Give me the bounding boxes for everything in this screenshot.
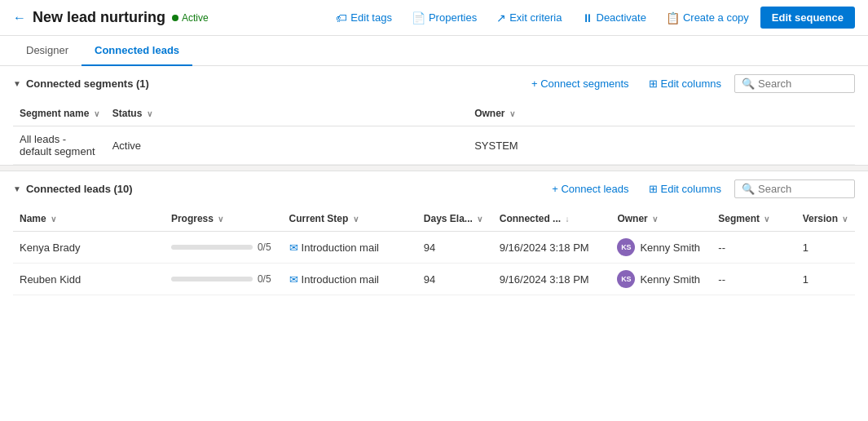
segments-edit-columns-button[interactable]: ⊞ Edit columns: [642, 74, 728, 93]
days-sort-icon[interactable]: ∨: [477, 215, 482, 224]
version-sort-icon[interactable]: ∨: [842, 215, 848, 224]
progress-bar-bg: [171, 245, 253, 250]
leads-section: ▼ Connected leads (10) + Connect leads ⊞…: [0, 171, 868, 295]
page-title: New lead nurturing: [33, 9, 165, 26]
lead-owner-sort-icon[interactable]: ∨: [652, 215, 658, 224]
connect-leads-button[interactable]: + Connect leads: [545, 179, 635, 198]
connected-date-cell: 9/16/2024 3:18 PM: [493, 264, 611, 295]
version-cell: 1: [796, 232, 855, 264]
th-current-step: Current Step ∨: [283, 206, 417, 232]
segment-name-sort-icon[interactable]: ∨: [94, 109, 99, 118]
header-actions: 🏷 Edit tags 📄 Properties ↗ Exit criteria…: [328, 7, 855, 29]
leads-table-row: Reuben Kidd 0/5 ✉ Introduction mail 94 9…: [13, 264, 855, 295]
status-sort-icon[interactable]: ∨: [147, 109, 152, 118]
progress-label: 0/5: [258, 242, 271, 253]
lead-name-cell: Kenya Brady: [13, 232, 165, 264]
step-cell: ✉ Introduction mail: [289, 242, 411, 254]
leads-search-icon: 🔍: [742, 183, 755, 195]
avatar: KS: [617, 238, 635, 256]
th-name: Name ∨: [13, 206, 165, 232]
th-status: Status ∨: [106, 101, 468, 126]
leads-edit-columns-button[interactable]: ⊞ Edit columns: [642, 179, 728, 198]
owner-cell: SYSTEM: [468, 126, 855, 165]
create-copy-button[interactable]: 📋 Create a copy: [658, 8, 757, 28]
lead-name-cell: Reuben Kidd: [13, 264, 165, 295]
exit-criteria-button[interactable]: ↗ Exit criteria: [488, 8, 570, 28]
current-step-cell: ✉ Introduction mail: [283, 232, 417, 264]
lead-segment-cell: --: [712, 232, 795, 264]
leads-table: Name ∨ Progress ∨ Current Step ∨ Days El…: [13, 206, 855, 295]
th-days-elapsed: Days Ela... ∨: [417, 206, 493, 232]
edit-tags-button[interactable]: 🏷 Edit tags: [328, 8, 400, 28]
segments-search-box: 🔍: [734, 74, 855, 93]
lead-progress-cell: 0/5: [165, 232, 283, 264]
email-icon: ✉: [289, 242, 298, 254]
deactivate-button[interactable]: ⏸ Deactivate: [574, 8, 654, 28]
step-name: Introduction mail: [302, 273, 379, 286]
th-connected-date: Connected ... ↓: [493, 206, 611, 232]
edit-columns-icon: ⊞: [649, 78, 658, 90]
exit-criteria-label: Exit criteria: [509, 11, 562, 24]
owner-name: Kenny Smith: [640, 242, 700, 254]
edit-sequence-button[interactable]: Edit sequence: [760, 7, 855, 29]
segments-table-wrap: Segment name ∨ Status ∨ Owner ∨ All lead…: [0, 101, 868, 165]
th-progress: Progress ∨: [165, 206, 283, 232]
name-sort-icon[interactable]: ∨: [51, 215, 56, 224]
leads-title: ▼ Connected leads (10): [13, 183, 133, 195]
segments-section: ▼ Connected segments (1) + Connect segme…: [0, 66, 868, 165]
version-cell: 1: [796, 264, 855, 295]
lead-progress-cell: 0/5: [165, 264, 283, 295]
progress-sort-icon[interactable]: ∨: [218, 215, 223, 224]
deactivate-icon: ⏸: [582, 11, 593, 24]
tab-bar: Designer Connected leads: [0, 36, 868, 66]
th-lead-owner: Owner ∨: [610, 206, 712, 232]
lead-segment-sort-icon[interactable]: ∨: [764, 215, 769, 224]
exit-icon: ↗: [496, 11, 506, 24]
properties-button[interactable]: 📄 Properties: [403, 8, 485, 28]
edit-tags-label: Edit tags: [350, 11, 392, 24]
tab-connected-leads[interactable]: Connected leads: [82, 36, 192, 66]
segments-title: ▼ Connected segments (1): [13, 78, 149, 90]
progress-bar-wrap: 0/5: [171, 242, 276, 253]
progress-label: 0/5: [258, 273, 271, 285]
segments-search-icon: 🔍: [742, 78, 755, 90]
step-sort-icon[interactable]: ∨: [353, 215, 359, 224]
leads-chevron[interactable]: ▼: [13, 184, 21, 193]
properties-label: Properties: [429, 11, 477, 24]
lead-owner-cell: KS Kenny Smith: [610, 264, 712, 295]
back-button[interactable]: ←: [13, 11, 26, 25]
owner-sort-icon[interactable]: ∨: [509, 109, 515, 118]
lead-segment-cell: --: [712, 264, 795, 295]
copy-icon: 📋: [666, 11, 680, 24]
segments-search-input[interactable]: [758, 78, 848, 90]
segments-table: Segment name ∨ Status ∨ Owner ∨ All lead…: [13, 101, 855, 165]
leads-table-wrap: Name ∨ Progress ∨ Current Step ∨ Days El…: [0, 206, 868, 295]
deactivate-label: Deactivate: [597, 11, 646, 24]
progress-bar-bg: [171, 277, 253, 281]
connect-segments-button[interactable]: + Connect segments: [525, 74, 636, 93]
header-left: ← New lead nurturing Active: [13, 9, 209, 26]
tab-designer[interactable]: Designer: [13, 36, 82, 66]
status-badge: Active: [172, 12, 209, 24]
email-icon: ✉: [289, 273, 298, 286]
create-copy-label: Create a copy: [683, 11, 749, 24]
top-header: ← New lead nurturing Active 🏷 Edit tags …: [0, 0, 868, 36]
leads-edit-columns-label: Edit columns: [661, 183, 721, 195]
properties-icon: 📄: [412, 11, 425, 24]
status-label: Active: [182, 12, 209, 24]
avatar-wrap: KS Kenny Smith: [617, 238, 705, 256]
days-elapsed-cell: 94: [417, 232, 493, 264]
th-lead-segment: Segment ∨: [712, 206, 795, 232]
avatar: KS: [617, 270, 635, 288]
leads-title-text: Connected leads (10): [26, 183, 133, 195]
section-divider: [0, 165, 868, 171]
segment-name-cell: All leads - default segment: [13, 126, 106, 165]
leads-search-box: 🔍: [734, 179, 855, 198]
leads-section-header: ▼ Connected leads (10) + Connect leads ⊞…: [0, 171, 868, 206]
leads-actions: + Connect leads ⊞ Edit columns 🔍: [545, 179, 855, 198]
segments-chevron[interactable]: ▼: [13, 79, 21, 88]
connected-sort-icon[interactable]: ↓: [565, 215, 569, 224]
leads-search-input[interactable]: [758, 183, 848, 195]
th-version: Version ∨: [796, 206, 855, 232]
th-owner: Owner ∨: [468, 101, 855, 126]
